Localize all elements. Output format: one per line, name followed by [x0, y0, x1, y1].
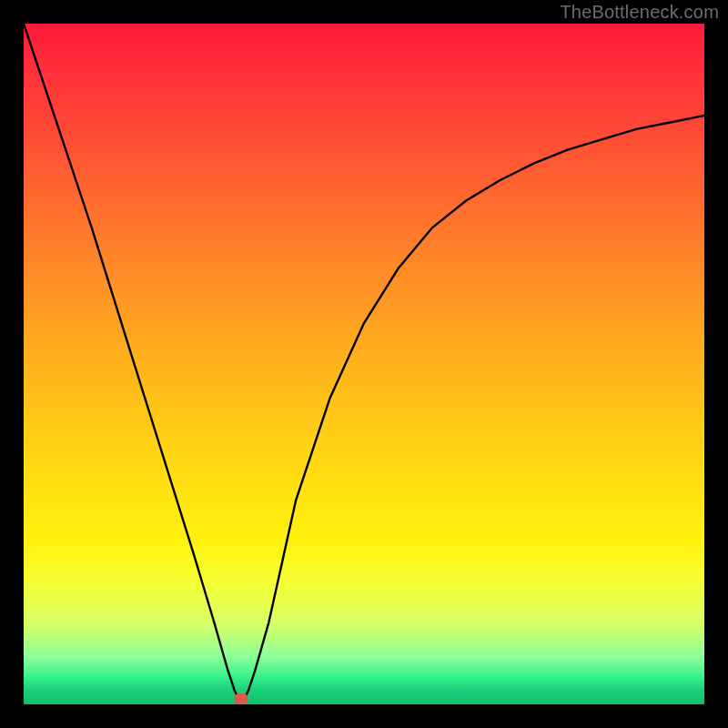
optimum-marker	[235, 693, 248, 704]
plot-area	[24, 24, 704, 704]
chart-frame: TheBottleneck.com	[0, 0, 728, 728]
watermark-text: TheBottleneck.com	[560, 2, 719, 23]
bottleneck-curve	[24, 24, 704, 704]
